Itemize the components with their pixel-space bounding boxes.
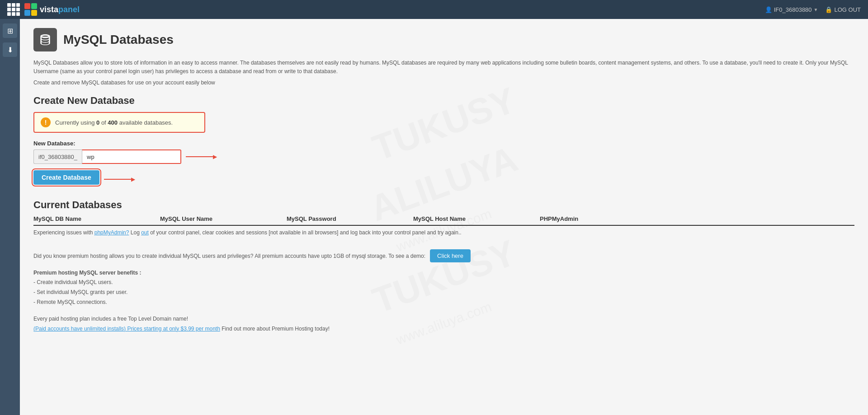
logo-sq-green (31, 3, 37, 9)
header: vistapanel 👤 IF0_36803880 ▼ 🔒 LOG OUT (0, 0, 868, 19)
db-input-row: if0_36803880_ (33, 149, 854, 164)
btn-arrow-row: Create Database (33, 170, 854, 188)
logo-sq-yellow (31, 10, 37, 16)
page-header: MySQL Databases (33, 28, 854, 51)
paid-promo-detail: (Paid accounts have unlimited installs) … (33, 324, 854, 334)
sidebar-download-icon[interactable]: ⬇ (3, 42, 17, 57)
col-password: MySQL Password (287, 215, 413, 222)
benefit-1: - Create individual MySQL users. (33, 278, 854, 288)
header-logout[interactable]: 🔒 LOG OUT (825, 6, 861, 13)
create-section-title: Create New Database (33, 95, 854, 107)
button-arrow-indicator (104, 176, 135, 182)
sidebar: ⊞ ⬇ (0, 19, 20, 415)
logout-link[interactable]: out (141, 229, 149, 236)
header-username: IF0_36803880 (774, 6, 812, 13)
header-user[interactable]: 👤 IF0_36803880 ▼ (765, 6, 818, 13)
promo-section: Did you know premium hosting allows you … (33, 249, 854, 334)
logo: vistapanel (24, 3, 80, 16)
db-table-note: Experiencing issues with phpMyAdmin? Log… (33, 229, 854, 236)
col-phpmyadmin: PHPMyAdmin (540, 215, 854, 222)
current-databases-title: Current Databases (33, 199, 854, 211)
header-right: 👤 IF0_36803880 ▼ 🔒 LOG OUT (765, 6, 861, 13)
user-icon: 👤 (765, 6, 772, 13)
db-name-input[interactable] (82, 149, 181, 164)
logo-squares (24, 3, 37, 16)
logo-vista: vista (40, 5, 58, 14)
benefits-title: Premium hosting MySQL server benefits : (33, 270, 854, 276)
page-icon-box (33, 28, 57, 51)
page-sub-description: Create and remove MySQL databases for us… (33, 79, 854, 86)
main-content: TUKUSY ALILUYA www.aliluya.com TUKUSY ww… (20, 19, 868, 415)
alert-max: 400 (108, 119, 118, 126)
col-db-name: MySQL DB Name (33, 215, 160, 222)
grid-menu-icon[interactable] (7, 3, 20, 16)
logo-panel: panel (58, 5, 80, 14)
layout: ⊞ ⬇ TUKUSY ALILUYA www.aliluya.com TUKUS… (0, 19, 868, 415)
benefit-2: - Set individual MySQL grants per user. (33, 288, 854, 298)
promo-text: Did you know premium hosting allows you … (33, 253, 425, 259)
page-description: MySQL Databases allow you to store lots … (33, 59, 854, 76)
sidebar-grid-icon[interactable]: ⊞ (3, 23, 17, 38)
phpmyadmin-link[interactable]: phpMyAdmin? (94, 229, 129, 236)
alert-icon: ! (41, 117, 51, 127)
logo-sq-blue (24, 10, 30, 16)
paid-promo-prefix: Every paid hosting plan includes a free … (33, 314, 854, 324)
db-table-header: MySQL DB Name MySQL User Name MySQL Pass… (33, 215, 854, 226)
col-host-name: MySQL Host Name (413, 215, 540, 222)
logo-sq-red (24, 3, 30, 9)
input-arrow-indicator (186, 154, 217, 160)
benefit-3: - Remote MySQL connections. (33, 298, 854, 308)
alert-box: ! Currently using 0 of 400 available dat… (33, 112, 205, 133)
logout-label: LOG OUT (834, 6, 861, 13)
paid-promo-link[interactable]: (Paid accounts have unlimited installs) … (33, 326, 220, 332)
alert-text-prefix: Currently using (55, 119, 96, 126)
click-here-button[interactable]: Click here (430, 249, 471, 262)
benefits-list: - Create individual MySQL users. - Set i… (33, 278, 854, 307)
lock-icon: 🔒 (825, 6, 832, 13)
paid-promo: Every paid hosting plan includes a free … (33, 314, 854, 334)
logo-text: vistapanel (40, 5, 80, 14)
field-label: New Database: (33, 140, 854, 147)
alert-text-suffix: available databases. (118, 119, 173, 126)
paid-promo-suffix: Find out more about Premium Hosting toda… (222, 326, 330, 332)
header-left: vistapanel (7, 3, 80, 16)
col-user-name: MySQL User Name (160, 215, 287, 222)
alert-of: of (99, 119, 108, 126)
db-prefix: if0_36803880_ (33, 149, 82, 164)
dropdown-arrow-icon: ▼ (814, 7, 818, 12)
page-title: MySQL Databases (63, 33, 174, 47)
alert-text: Currently using 0 of 400 available datab… (55, 119, 173, 126)
create-database-button[interactable]: Create Database (33, 170, 99, 185)
database-icon (38, 33, 52, 47)
promo-row: Did you know premium hosting allows you … (33, 249, 854, 262)
